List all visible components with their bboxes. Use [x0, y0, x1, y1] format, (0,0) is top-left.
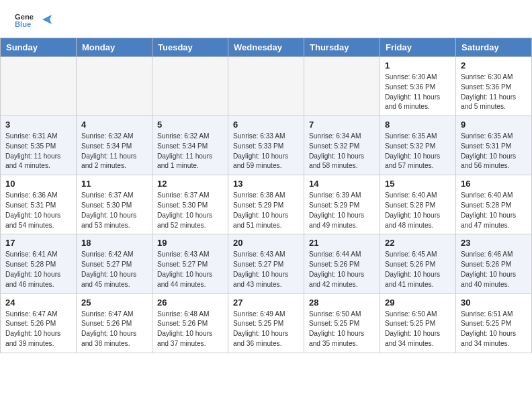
header: General Blue — [0, 0, 532, 38]
calendar-cell: 11Sunrise: 6:37 AM Sunset: 5:30 PM Dayli… — [77, 175, 152, 234]
calendar-cell — [77, 57, 152, 116]
calendar-cell — [152, 57, 228, 116]
day-info: Sunrise: 6:39 AM Sunset: 5:29 PM Dayligh… — [309, 191, 375, 230]
day-number: 27 — [233, 298, 299, 308]
day-info: Sunrise: 6:34 AM Sunset: 5:32 PM Dayligh… — [309, 132, 375, 171]
calendar-cell: 5Sunrise: 6:32 AM Sunset: 5:34 PM Daylig… — [152, 116, 228, 175]
day-number: 9 — [461, 120, 527, 130]
calendar-cell: 29Sunrise: 6:50 AM Sunset: 5:25 PM Dayli… — [380, 293, 456, 353]
day-number: 4 — [81, 120, 147, 130]
day-number: 18 — [81, 238, 147, 248]
day-info: Sunrise: 6:48 AM Sunset: 5:26 PM Dayligh… — [157, 310, 223, 349]
day-number: 13 — [233, 179, 299, 189]
day-info: Sunrise: 6:40 AM Sunset: 5:28 PM Dayligh… — [385, 191, 451, 230]
day-info: Sunrise: 6:44 AM Sunset: 5:26 PM Dayligh… — [309, 250, 375, 289]
day-info: Sunrise: 6:38 AM Sunset: 5:29 PM Dayligh… — [233, 191, 299, 230]
day-info: Sunrise: 6:43 AM Sunset: 5:27 PM Dayligh… — [233, 250, 299, 289]
calendar-cell: 19Sunrise: 6:43 AM Sunset: 5:27 PM Dayli… — [152, 234, 228, 293]
day-info: Sunrise: 6:33 AM Sunset: 5:33 PM Dayligh… — [233, 132, 299, 171]
day-info: Sunrise: 6:43 AM Sunset: 5:27 PM Dayligh… — [157, 250, 223, 289]
calendar-cell: 8Sunrise: 6:35 AM Sunset: 5:32 PM Daylig… — [380, 116, 456, 175]
calendar-cell: 6Sunrise: 6:33 AM Sunset: 5:33 PM Daylig… — [228, 116, 304, 175]
svg-text:Blue: Blue — [15, 20, 31, 28]
day-info: Sunrise: 6:32 AM Sunset: 5:34 PM Dayligh… — [157, 132, 223, 171]
weekday-header-saturday: Saturday — [456, 38, 532, 57]
day-info: Sunrise: 6:41 AM Sunset: 5:28 PM Dayligh… — [5, 250, 71, 289]
weekday-header-thursday: Thursday — [304, 38, 380, 57]
weekday-header-friday: Friday — [380, 38, 456, 57]
calendar-week-5: 24Sunrise: 6:47 AM Sunset: 5:26 PM Dayli… — [1, 293, 532, 353]
day-info: Sunrise: 6:42 AM Sunset: 5:27 PM Dayligh… — [81, 250, 147, 289]
day-number: 15 — [385, 179, 451, 189]
weekday-header-tuesday: Tuesday — [152, 38, 228, 57]
calendar-cell: 24Sunrise: 6:47 AM Sunset: 5:26 PM Dayli… — [1, 293, 77, 353]
day-info: Sunrise: 6:32 AM Sunset: 5:34 PM Dayligh… — [81, 132, 147, 171]
day-number: 14 — [309, 179, 375, 189]
day-info: Sunrise: 6:50 AM Sunset: 5:25 PM Dayligh… — [309, 310, 375, 349]
calendar-cell: 3Sunrise: 6:31 AM Sunset: 5:35 PM Daylig… — [1, 116, 77, 175]
calendar-cell: 4Sunrise: 6:32 AM Sunset: 5:34 PM Daylig… — [77, 116, 152, 175]
calendar-cell: 28Sunrise: 6:50 AM Sunset: 5:25 PM Dayli… — [304, 293, 380, 353]
calendar-cell: 10Sunrise: 6:36 AM Sunset: 5:31 PM Dayli… — [1, 175, 77, 234]
day-info: Sunrise: 6:36 AM Sunset: 5:31 PM Dayligh… — [5, 191, 71, 230]
calendar-table: SundayMondayTuesdayWednesdayThursdayFrid… — [0, 38, 532, 353]
day-info: Sunrise: 6:40 AM Sunset: 5:28 PM Dayligh… — [461, 191, 527, 230]
calendar-week-2: 3Sunrise: 6:31 AM Sunset: 5:35 PM Daylig… — [1, 116, 532, 175]
calendar-cell: 21Sunrise: 6:44 AM Sunset: 5:26 PM Dayli… — [304, 234, 380, 293]
calendar-cell: 27Sunrise: 6:49 AM Sunset: 5:25 PM Dayli… — [228, 293, 304, 353]
calendar-cell: 14Sunrise: 6:39 AM Sunset: 5:29 PM Dayli… — [304, 175, 380, 234]
calendar-cell: 22Sunrise: 6:45 AM Sunset: 5:26 PM Dayli… — [380, 234, 456, 293]
calendar-cell: 15Sunrise: 6:40 AM Sunset: 5:28 PM Dayli… — [380, 175, 456, 234]
day-info: Sunrise: 6:35 AM Sunset: 5:32 PM Dayligh… — [385, 132, 451, 171]
calendar-cell: 12Sunrise: 6:37 AM Sunset: 5:30 PM Dayli… — [152, 175, 228, 234]
day-number: 25 — [81, 298, 147, 308]
calendar-week-3: 10Sunrise: 6:36 AM Sunset: 5:31 PM Dayli… — [1, 175, 532, 234]
day-info: Sunrise: 6:37 AM Sunset: 5:30 PM Dayligh… — [81, 191, 147, 230]
logo-arrow-icon — [40, 12, 54, 27]
day-info: Sunrise: 6:45 AM Sunset: 5:26 PM Dayligh… — [385, 250, 451, 289]
weekday-header-monday: Monday — [77, 38, 152, 57]
day-info: Sunrise: 6:46 AM Sunset: 5:26 PM Dayligh… — [461, 250, 527, 289]
day-info: Sunrise: 6:51 AM Sunset: 5:25 PM Dayligh… — [461, 310, 527, 349]
calendar-cell: 30Sunrise: 6:51 AM Sunset: 5:25 PM Dayli… — [456, 293, 532, 353]
calendar-cell: 9Sunrise: 6:35 AM Sunset: 5:31 PM Daylig… — [456, 116, 532, 175]
weekday-header-row: SundayMondayTuesdayWednesdayThursdayFrid… — [1, 38, 532, 57]
calendar-cell: 7Sunrise: 6:34 AM Sunset: 5:32 PM Daylig… — [304, 116, 380, 175]
day-number: 30 — [461, 298, 527, 308]
calendar-cell: 18Sunrise: 6:42 AM Sunset: 5:27 PM Dayli… — [77, 234, 152, 293]
calendar-cell — [1, 57, 77, 116]
day-info: Sunrise: 6:35 AM Sunset: 5:31 PM Dayligh… — [461, 132, 527, 171]
day-number: 26 — [157, 298, 223, 308]
calendar-cell: 1Sunrise: 6:30 AM Sunset: 5:36 PM Daylig… — [380, 57, 456, 116]
day-number: 1 — [385, 60, 451, 71]
weekday-header-wednesday: Wednesday — [228, 38, 304, 57]
calendar-cell — [228, 57, 304, 116]
logo-icon: General Blue — [15, 11, 34, 30]
day-number: 12 — [157, 179, 223, 189]
day-number: 11 — [81, 179, 147, 189]
day-number: 2 — [461, 60, 527, 71]
day-info: Sunrise: 6:47 AM Sunset: 5:26 PM Dayligh… — [5, 310, 71, 349]
calendar-cell: 16Sunrise: 6:40 AM Sunset: 5:28 PM Dayli… — [456, 175, 532, 234]
day-number: 10 — [5, 179, 71, 189]
calendar-cell: 17Sunrise: 6:41 AM Sunset: 5:28 PM Dayli… — [1, 234, 77, 293]
calendar-week-4: 17Sunrise: 6:41 AM Sunset: 5:28 PM Dayli… — [1, 234, 532, 293]
page: General Blue SundayMondayTuesdayWe — [0, 0, 532, 353]
svg-marker-3 — [42, 15, 52, 24]
calendar-cell: 20Sunrise: 6:43 AM Sunset: 5:27 PM Dayli… — [228, 234, 304, 293]
calendar-cell: 26Sunrise: 6:48 AM Sunset: 5:26 PM Dayli… — [152, 293, 228, 353]
calendar-cell: 25Sunrise: 6:47 AM Sunset: 5:26 PM Dayli… — [77, 293, 152, 353]
day-number: 20 — [233, 238, 299, 248]
day-number: 19 — [157, 238, 223, 248]
day-info: Sunrise: 6:49 AM Sunset: 5:25 PM Dayligh… — [233, 310, 299, 349]
day-number: 28 — [309, 298, 375, 308]
calendar-cell — [304, 57, 380, 116]
day-info: Sunrise: 6:30 AM Sunset: 5:36 PM Dayligh… — [385, 73, 451, 112]
day-number: 3 — [5, 120, 71, 130]
day-info: Sunrise: 6:47 AM Sunset: 5:26 PM Dayligh… — [81, 310, 147, 349]
day-info: Sunrise: 6:31 AM Sunset: 5:35 PM Dayligh… — [5, 132, 71, 171]
day-number: 17 — [5, 238, 71, 248]
day-info: Sunrise: 6:50 AM Sunset: 5:25 PM Dayligh… — [385, 310, 451, 349]
day-number: 22 — [385, 238, 451, 248]
calendar-cell: 2Sunrise: 6:30 AM Sunset: 5:36 PM Daylig… — [456, 57, 532, 116]
